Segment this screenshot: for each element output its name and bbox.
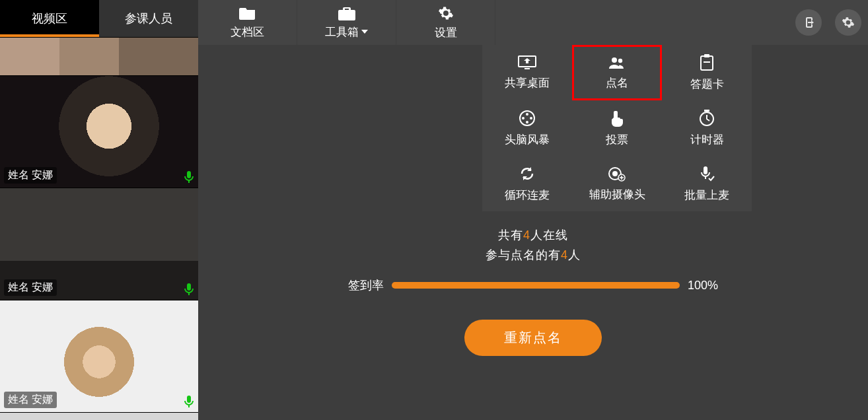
video-cell[interactable]: [0, 37, 198, 75]
menu-brainstorm[interactable]: 头脑风暴: [482, 100, 572, 156]
briefcase-icon: [338, 6, 355, 20]
menu-vote[interactable]: 投票: [572, 100, 662, 156]
menu-aux-camera[interactable]: 辅助摄像头: [572, 156, 662, 211]
menu-roll-call-label: 点名: [606, 75, 628, 90]
rate-label: 签到率: [348, 277, 384, 293]
menu-cycle-mic[interactable]: 循环连麦: [482, 156, 572, 211]
name-value: 安娜: [32, 394, 53, 405]
svg-point-10: [530, 117, 532, 120]
svg-point-2: [612, 57, 617, 63]
svg-point-3: [618, 58, 622, 62]
tool-docs[interactable]: 文档区: [198, 0, 297, 45]
redo-rollcall-button[interactable]: 重新点名: [464, 320, 602, 356]
name-value: 安娜: [32, 169, 53, 180]
refresh-icon: [519, 165, 536, 182]
svg-rect-4: [701, 56, 713, 70]
film-icon: [519, 110, 536, 127]
video-cell[interactable]: 姓名 安娜: [0, 75, 198, 188]
menu-answer-sheet-label: 答题卡: [690, 77, 724, 92]
top-toolbar: 文档区 工具箱 设置: [198, 0, 868, 45]
joined-prefix: 参与点名的有: [486, 248, 561, 262]
gear-icon: [842, 16, 855, 29]
svg-point-15: [612, 171, 618, 176]
mic-icon: [184, 170, 194, 184]
menu-batch-mic[interactable]: 批量上麦: [662, 156, 752, 211]
exit-icon: [802, 16, 815, 29]
settings-round-button[interactable]: [835, 9, 861, 36]
tool-settings-label: 设置: [435, 25, 457, 40]
menu-timer[interactable]: 计时器: [662, 100, 752, 156]
redo-label: 重新点名: [504, 330, 562, 345]
joined-line: 参与点名的有4人: [348, 247, 718, 263]
tool-toolbox[interactable]: 工具箱: [297, 0, 396, 45]
online-suffix: 人在线: [530, 228, 568, 242]
video-cell[interactable]: 姓名 安娜: [0, 188, 198, 300]
menu-cycle-mic-label: 循环连麦: [505, 188, 550, 203]
menu-brainstorm-label: 头脑风暴: [505, 132, 550, 147]
clock-icon: [698, 110, 715, 127]
svg-point-8: [526, 113, 528, 116]
video-cell[interactable]: 姓名 安娜: [0, 412, 198, 420]
tab-video-area[interactable]: 视频区: [0, 0, 99, 37]
tab-participants[interactable]: 参课人员: [99, 0, 198, 37]
hand-point-icon: [610, 110, 624, 127]
tool-settings[interactable]: 设置: [396, 0, 495, 45]
tool-toolbox-label: 工具箱: [325, 24, 368, 40]
svg-rect-1: [524, 68, 530, 69]
svg-rect-13: [704, 110, 709, 112]
menu-share-screen-label: 共享桌面: [505, 75, 550, 90]
mic-icon: [184, 395, 194, 408]
progress-row: 签到率 100%: [348, 277, 718, 293]
people-icon: [608, 55, 626, 70]
name-prefix: 姓名: [8, 281, 29, 293]
caret-down-icon: [361, 30, 368, 34]
online-prefix: 共有: [498, 228, 523, 242]
exit-button[interactable]: [795, 9, 822, 36]
video-list: 姓名 安娜 姓名 安娜 姓名: [0, 37, 198, 420]
menu-timer-label: 计时器: [690, 132, 724, 147]
online-count: 4: [523, 228, 530, 242]
menu-aux-camera-label: 辅助摄像头: [589, 187, 645, 202]
menu-answer-sheet[interactable]: 答题卡: [662, 45, 752, 100]
main-area: 文档区 工具箱 设置: [198, 0, 868, 420]
svg-point-9: [522, 117, 524, 120]
menu-roll-call[interactable]: 点名: [572, 45, 662, 100]
menu-share-screen[interactable]: 共享桌面: [482, 45, 572, 100]
mic-check-icon: [699, 165, 715, 182]
video-name-tag: 姓名 安娜: [4, 167, 57, 184]
video-cell[interactable]: 姓名 安娜: [0, 300, 198, 412]
progress-bar: [392, 282, 680, 289]
toolbox-menu: 共享桌面 点名 答题卡 头脑风暴 投票 计时器: [482, 45, 752, 211]
gear-icon: [438, 5, 454, 21]
percent-label: 100%: [688, 279, 718, 293]
joined-suffix: 人: [568, 248, 581, 262]
tool-docs-label: 文档区: [231, 24, 264, 40]
rollcall-panel: 共有4人在线 参与点名的有4人 签到率 100% 重新点名: [348, 223, 718, 356]
camera-plus-icon: [608, 166, 626, 182]
svg-point-11: [526, 121, 528, 123]
tab-video-label: 视频区: [32, 11, 67, 26]
name-value: 安娜: [32, 281, 53, 293]
svg-rect-6: [704, 61, 710, 63]
folder-icon: [239, 6, 256, 20]
joined-count: 4: [561, 248, 568, 262]
video-name-tag: 姓名 安娜: [4, 279, 57, 296]
share-screen-icon: [518, 55, 536, 70]
svg-rect-5: [704, 54, 709, 57]
left-panel: 视频区 参课人员 姓名 安娜: [0, 0, 198, 420]
online-line: 共有4人在线: [348, 227, 718, 243]
tab-participants-label: 参课人员: [125, 11, 172, 26]
clipboard-icon: [699, 54, 715, 71]
video-name-tag: 姓名 安娜: [4, 392, 57, 408]
menu-vote-label: 投票: [606, 132, 628, 147]
name-prefix: 姓名: [8, 169, 29, 180]
left-tabs: 视频区 参课人员: [0, 0, 198, 37]
name-prefix: 姓名: [8, 394, 29, 405]
mic-icon: [184, 283, 194, 296]
menu-batch-mic-label: 批量上麦: [684, 188, 729, 203]
